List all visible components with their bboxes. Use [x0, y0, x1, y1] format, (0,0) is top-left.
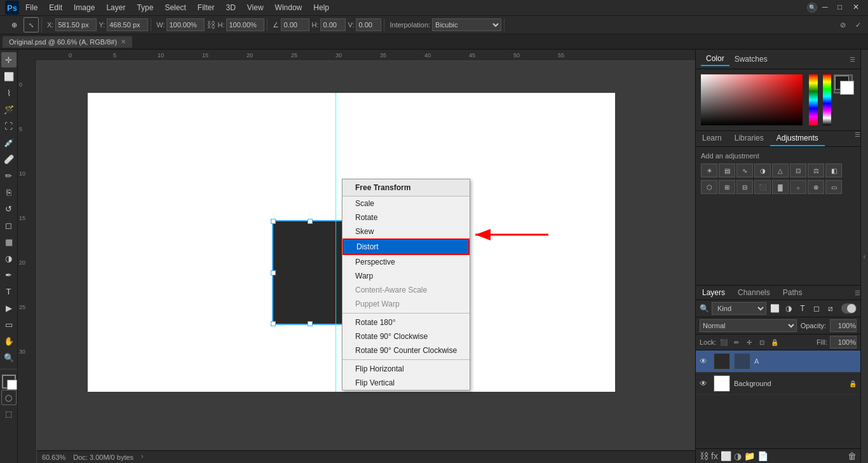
histogram-icon[interactable]: ▤ — [719, 163, 735, 177]
handle-ml[interactable] — [271, 270, 276, 275]
curves-icon[interactable]: ∿ — [736, 163, 753, 177]
ctx-perspective[interactable]: Perspective — [342, 255, 470, 269]
layer-filter-smart-btn[interactable]: ⧄ — [825, 303, 836, 314]
alpha-strip[interactable] — [823, 74, 832, 125]
color-spectrum[interactable] — [809, 74, 818, 125]
gradient-map-icon[interactable]: ▭ — [825, 180, 842, 194]
color-lookup-icon[interactable]: ⊟ — [736, 180, 753, 194]
fg-color-swatch[interactable] — [2, 375, 16, 389]
panel-collapse-strip[interactable]: ‹ — [860, 50, 868, 463]
ctx-distort[interactable]: Distort — [342, 238, 470, 255]
fg-color-box[interactable] — [834, 74, 853, 93]
bw-icon[interactable]: ◧ — [825, 163, 842, 177]
layer-filter-pixel-btn[interactable]: ⬜ — [769, 303, 780, 314]
tab-close-btn[interactable]: ✕ — [121, 38, 126, 45]
color-panel-menu-btn[interactable]: ☰ — [850, 56, 855, 63]
ctx-skew[interactable]: Skew — [342, 225, 470, 238]
ctx-rotate-90-ccw[interactable]: Rotate 90° Counter Clockwise — [342, 343, 470, 357]
menu-image[interactable]: Image — [69, 2, 100, 13]
layer-group-btn[interactable]: 📁 — [744, 451, 755, 461]
dodge-tool[interactable]: ◑ — [1, 251, 17, 266]
tab-learn[interactable]: Learn — [696, 131, 728, 146]
ctx-puppet-warp[interactable]: Puppet Warp — [342, 297, 470, 311]
layers-panel-menu-btn[interactable]: ☰ — [855, 289, 860, 296]
layer-object[interactable] — [272, 220, 348, 325]
opacity-input[interactable] — [830, 319, 857, 332]
minimize-btn[interactable]: ─ — [822, 3, 832, 13]
threshold-icon[interactable]: ⬦ — [790, 180, 806, 194]
tab-adjustments[interactable]: Adjustments — [770, 131, 825, 146]
layer-filter-select[interactable]: Kind Name Effect Mode Attribute — [712, 302, 766, 315]
cancel-transform-btn[interactable]: ⊘ — [836, 18, 849, 31]
shape-tool[interactable]: ▭ — [1, 317, 17, 332]
triangle-icon[interactable]: △ — [772, 163, 789, 177]
transform-tool-btn[interactable]: ⤡ — [24, 17, 39, 32]
interpolation-select[interactable]: Bicubic Bilinear Nearest Neighbor — [432, 18, 501, 31]
layer-fx-btn[interactable]: fx — [711, 451, 718, 461]
layer-adjust-btn[interactable]: ◑ — [734, 451, 742, 461]
menu-help[interactable]: Help — [308, 2, 334, 13]
layer-mask-btn[interactable]: ⬜ — [721, 451, 731, 461]
color-gradient[interactable] — [701, 74, 803, 125]
document-tab[interactable]: Original.psd @ 60.6% (A, RGB/8#) ✕ — [3, 36, 132, 48]
menu-view[interactable]: View — [242, 2, 269, 13]
ctx-content-aware[interactable]: Content-Aware Scale — [342, 283, 470, 297]
handle-tl[interactable] — [271, 219, 276, 224]
pen-tool[interactable]: ✒ — [1, 267, 17, 282]
screen-mode-btn[interactable]: ⬚ — [1, 406, 17, 422]
photo-filter-icon[interactable]: ⬡ — [701, 180, 717, 194]
layer-filter-adjust-btn[interactable]: ◑ — [783, 303, 794, 314]
ctx-warp[interactable]: Warp — [342, 269, 470, 283]
crop-tool[interactable]: ⛶ — [1, 118, 17, 134]
color-gradient-container[interactable] — [701, 74, 803, 125]
hsl-icon[interactable]: ⊡ — [790, 163, 806, 177]
search-btn[interactable]: 🔍 — [807, 3, 817, 13]
quick-mask-btn[interactable]: ◯ — [1, 390, 17, 405]
close-btn[interactable]: ✕ — [853, 3, 863, 13]
magic-wand-tool[interactable]: 🪄 — [1, 102, 17, 117]
tab-layers[interactable]: Layers — [696, 286, 731, 300]
lock-all-btn[interactable]: 🔒 — [770, 337, 780, 347]
layer-link-btn[interactable]: ⛓ — [700, 451, 709, 461]
gradient-tool[interactable]: ▦ — [1, 234, 17, 249]
eraser-tool[interactable]: ◻ — [1, 218, 17, 233]
commit-transform-btn[interactable]: ✓ — [851, 18, 864, 31]
tab-channels[interactable]: Channels — [731, 286, 776, 300]
eyedropper-tool[interactable]: 💉 — [1, 135, 17, 150]
handle-bl[interactable] — [271, 321, 276, 326]
zoom-tool[interactable]: 🔍 — [1, 350, 17, 365]
w-input[interactable] — [166, 18, 205, 31]
hand-tool[interactable]: ✋ — [1, 333, 17, 349]
tab-libraries[interactable]: Libraries — [728, 131, 770, 146]
colorbalance-icon[interactable]: ⚖ — [808, 163, 824, 177]
bg-swatch[interactable] — [840, 81, 854, 95]
ctx-flip-v[interactable]: Flip Vertical — [342, 376, 470, 390]
lock-transparent-btn[interactable]: ⬛ — [719, 337, 729, 347]
layer-bg-eye[interactable]: 👁 — [700, 379, 710, 388]
type-tool[interactable]: T — [1, 284, 17, 299]
menu-layer[interactable]: Layer — [101, 2, 130, 13]
history-brush-tool[interactable]: ↺ — [1, 201, 17, 216]
move-tool[interactable]: ✛ — [1, 52, 17, 67]
brightness-icon[interactable]: ☀ — [701, 163, 717, 177]
layer-delete-btn[interactable]: 🗑 — [848, 451, 857, 461]
menu-window[interactable]: Window — [270, 2, 308, 13]
layer-a-eye[interactable]: 👁 — [700, 357, 710, 366]
status-arrow-btn[interactable]: › — [141, 452, 151, 462]
handle-bm[interactable] — [308, 321, 313, 326]
tab-color[interactable]: Color — [701, 52, 729, 66]
maximize-btn[interactable]: □ — [837, 3, 848, 13]
exposure-icon[interactable]: ◑ — [754, 163, 771, 177]
menu-filter[interactable]: Filter — [193, 2, 220, 13]
spot-heal-tool[interactable]: 🩹 — [1, 151, 17, 167]
h2-input[interactable] — [320, 18, 346, 31]
menu-file[interactable]: File — [20, 2, 43, 13]
move-tool-btn[interactable]: ⊕ — [6, 17, 22, 32]
lock-position-btn[interactable]: ✛ — [744, 337, 754, 347]
h-input[interactable] — [226, 18, 264, 31]
menu-3d[interactable]: 3D — [220, 2, 240, 13]
lock-artboard-btn[interactable]: ⊡ — [757, 337, 767, 347]
selectcolor-icon[interactable]: ⊕ — [808, 180, 824, 194]
layer-item-a[interactable]: 👁 A — [696, 350, 860, 373]
layer-new-btn[interactable]: 📄 — [757, 451, 768, 461]
